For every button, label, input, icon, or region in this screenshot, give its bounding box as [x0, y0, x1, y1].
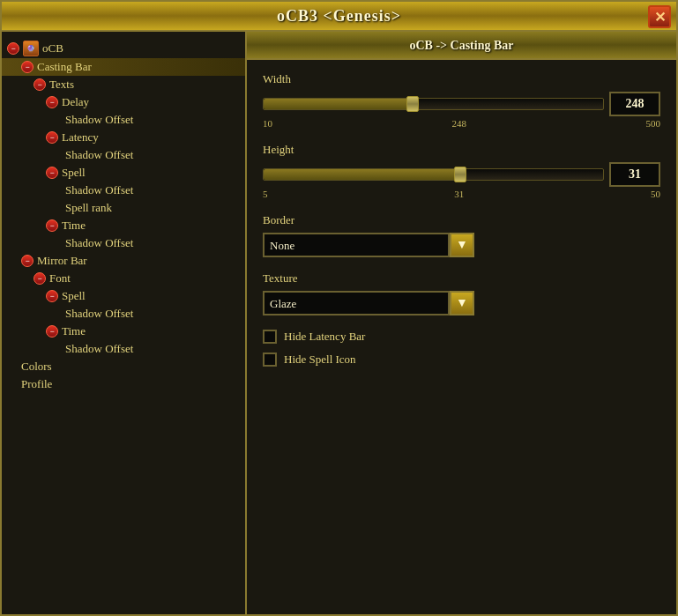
height-max-label: 50 [651, 189, 660, 199]
hide-latency-row: Hide Latency Bar [263, 330, 660, 344]
tree-label-spell: Spell [62, 166, 86, 180]
window-title: oCB3 <Genesis> [277, 7, 401, 26]
width-value-input[interactable] [609, 92, 660, 116]
height-slider-track[interactable] [263, 168, 604, 181]
right-content: Width 10 248 500 [247, 60, 676, 614]
content-area: − 🔮 oCB − Casting Bar − Texts − Delay S [2, 32, 676, 614]
height-label: Height [263, 143, 660, 157]
height-slider-row [263, 162, 660, 187]
tree-item-shadow-offset-1[interactable]: Shadow Offset [2, 111, 245, 129]
tree-label-spell2: Spell [62, 289, 86, 303]
hide-latency-label: Hide Latency Bar [284, 330, 365, 344]
tree-item-spell[interactable]: − Spell [2, 164, 245, 182]
ocb-icon: 🔮 [23, 41, 39, 56]
width-label: Width [263, 72, 660, 86]
height-value-input[interactable] [609, 162, 660, 187]
collapse-icon-font[interactable]: − [34, 272, 46, 285]
left-panel: − 🔮 oCB − Casting Bar − Texts − Delay S [2, 32, 247, 614]
tree-item-casting-bar[interactable]: − Casting Bar [2, 58, 245, 76]
tree-item-shadow-offset-2[interactable]: Shadow Offset [2, 146, 245, 164]
width-slider-track[interactable] [263, 98, 604, 110]
tree-label-spell-rank: Spell rank [65, 201, 112, 215]
tree-label-time2: Time [62, 324, 86, 338]
tree-item-ocb[interactable]: − 🔮 oCB [2, 39, 245, 58]
height-slider-fill [264, 169, 460, 180]
collapse-icon-delay[interactable]: − [46, 96, 58, 108]
texture-dropdown-container: Glaze ▼ [263, 291, 474, 315]
tree-item-profile[interactable]: Profile [2, 375, 245, 393]
hide-spell-icon-label: Hide Spell Icon [284, 353, 356, 367]
height-cur-label: 31 [454, 189, 464, 199]
collapse-icon-time2[interactable]: − [46, 325, 58, 338]
tree-item-shadow-offset-5[interactable]: Shadow Offset [2, 305, 245, 323]
width-slider-thumb[interactable] [406, 96, 419, 112]
tree-item-spell2[interactable]: − Spell [2, 287, 245, 305]
collapse-icon-ocb[interactable]: − [7, 42, 19, 55]
tree-label-time: Time [62, 219, 86, 233]
texture-row: Texture Glaze ▼ [263, 271, 660, 315]
tree-label-shadow-offset-1: Shadow Offset [65, 113, 133, 127]
tree-item-shadow-offset-3[interactable]: Shadow Offset [2, 182, 245, 199]
right-header-title: oCB -> Casting Bar [409, 39, 513, 52]
border-label: Border [263, 213, 660, 227]
border-select[interactable]: None [263, 233, 450, 257]
height-row: Height 5 31 50 [263, 143, 660, 199]
tree-label-texts: Texts [49, 78, 74, 92]
hide-spell-icon-checkbox[interactable] [263, 353, 277, 367]
tree-item-spell-rank[interactable]: Spell rank [2, 199, 245, 217]
tree-item-texts[interactable]: − Texts [2, 76, 245, 93]
width-cur-label: 248 [452, 118, 467, 129]
tree-item-font[interactable]: − Font [2, 270, 245, 287]
right-panel: oCB -> Casting Bar Width 10 24 [247, 32, 676, 614]
height-slider-labels: 5 31 50 [263, 189, 660, 199]
tree-label-shadow-offset-3: Shadow Offset [65, 183, 133, 197]
width-slider-fill [264, 99, 413, 109]
tree-label-profile: Profile [21, 377, 52, 391]
width-slider-row [263, 92, 660, 116]
width-row: Width 10 248 500 [263, 72, 660, 129]
hide-spell-icon-row: Hide Spell Icon [263, 353, 660, 367]
tree-label-mirror-bar: Mirror Bar [37, 254, 87, 268]
tree-item-latency[interactable]: − Latency [2, 129, 245, 146]
tree-label-casting-bar: Casting Bar [37, 60, 92, 74]
tree-label-shadow-offset-6: Shadow Offset [65, 342, 133, 356]
tree-label-colors: Colors [21, 360, 52, 374]
border-dropdown-arrow-btn[interactable]: ▼ [450, 233, 474, 257]
height-min-label: 5 [263, 189, 268, 199]
close-button[interactable]: ✕ [648, 5, 671, 28]
border-dropdown-container: None ▼ [263, 233, 474, 257]
tree-label-ocb: oCB [42, 41, 63, 56]
collapse-icon-casting-bar[interactable]: − [21, 61, 34, 73]
tree-item-shadow-offset-6[interactable]: Shadow Offset [2, 340, 245, 358]
tree-item-delay[interactable]: − Delay [2, 93, 245, 111]
collapse-icon-texts[interactable]: − [34, 78, 46, 91]
tree-label-latency: Latency [62, 130, 99, 145]
tree-label-shadow-offset-5: Shadow Offset [65, 307, 133, 321]
collapse-icon-spell2[interactable]: − [46, 290, 58, 302]
texture-dropdown-arrow-btn[interactable]: ▼ [450, 291, 474, 315]
texture-label: Texture [263, 271, 660, 286]
right-header: oCB -> Casting Bar [247, 32, 676, 60]
texture-dropdown-arrow-icon: ▼ [456, 296, 468, 310]
collapse-icon-mirror-bar[interactable]: − [21, 255, 34, 267]
collapse-icon-time[interactable]: − [46, 219, 58, 232]
tree-label-shadow-offset-4: Shadow Offset [65, 236, 133, 250]
tree-item-shadow-offset-4[interactable]: Shadow Offset [2, 234, 245, 252]
tree-item-colors[interactable]: Colors [2, 358, 245, 375]
width-max-label: 500 [646, 118, 661, 129]
tree-label-font: Font [49, 271, 71, 286]
border-dropdown-arrow-icon: ▼ [456, 238, 468, 252]
collapse-icon-spell[interactable]: − [46, 167, 58, 179]
texture-select[interactable]: Glaze [263, 291, 450, 315]
main-window: oCB3 <Genesis> ✕ − 🔮 oCB − Casting Bar −… [0, 0, 678, 616]
hide-latency-checkbox[interactable] [263, 330, 277, 344]
tree-item-time[interactable]: − Time [2, 217, 245, 234]
title-bar: oCB3 <Genesis> ✕ [2, 2, 676, 32]
height-slider-thumb[interactable] [454, 167, 466, 182]
tree-label-shadow-offset-2: Shadow Offset [65, 148, 133, 162]
collapse-icon-latency[interactable]: − [46, 131, 58, 144]
tree-item-mirror-bar[interactable]: − Mirror Bar [2, 252, 245, 270]
width-min-label: 10 [263, 118, 272, 129]
tree-item-time2[interactable]: − Time [2, 323, 245, 340]
tree-label-delay: Delay [62, 95, 89, 109]
